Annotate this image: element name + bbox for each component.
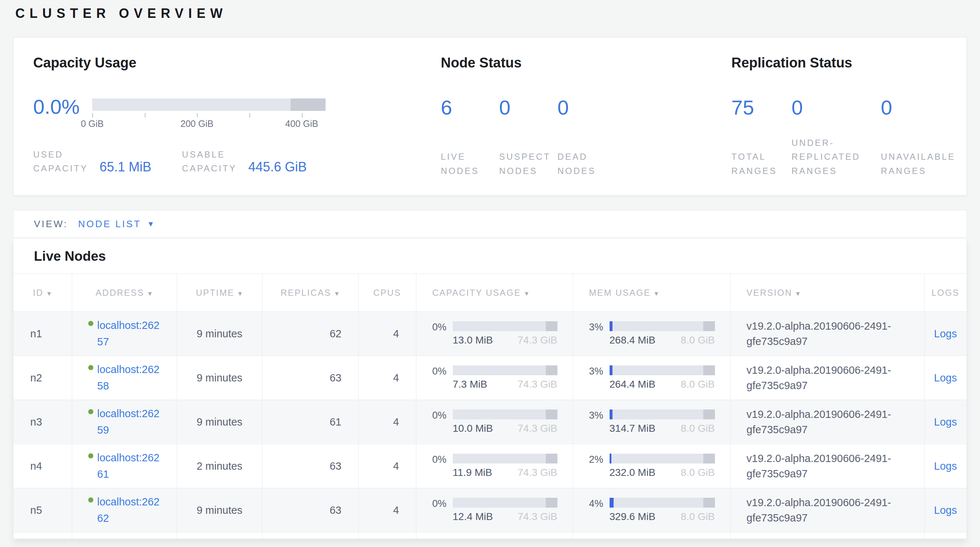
table-row: n4 localhost:26261 2 minutes 63 4 0% 11.… [13, 444, 967, 488]
column-header-address[interactable]: ADDRESS▼ [72, 274, 177, 312]
logs-link[interactable]: Logs [934, 372, 957, 384]
live-status-dot-icon [88, 321, 93, 326]
axis-label-400: 400 GiB [285, 119, 318, 129]
column-header-version[interactable]: VERSION▼ [730, 274, 924, 312]
node-replicas: 63 [262, 356, 358, 400]
view-selector-bar: VIEW: NODE LIST ▼ [13, 210, 967, 238]
node-status-heading: Node Status [441, 55, 731, 71]
node-uptime: 9 minutes [177, 312, 262, 356]
column-header-id[interactable]: ID▼ [13, 274, 72, 312]
axis-tick [250, 113, 250, 118]
mem-mini-bar [609, 366, 715, 375]
sort-desc-icon: ▼ [334, 290, 340, 297]
node-mem-usage-cell: 3% 264.4 MiB8.0 GiB [573, 356, 730, 400]
view-dropdown-value: NODE LIST [78, 218, 141, 230]
node-uptime: 9 minutes [177, 356, 262, 400]
node-id: n2 [13, 356, 72, 400]
sort-desc-icon: ▼ [46, 290, 52, 297]
capacity-mini-bar [453, 498, 557, 507]
live-nodes-stat: 6 LIVE NODES [441, 97, 499, 178]
capacity-bar-wrap: 0 GiB 200 GiB 400 GiB [92, 99, 326, 129]
cluster-summary-card: Capacity Usage 0.0% [13, 37, 967, 196]
mem-percent: 3% [589, 322, 605, 333]
node-address-link[interactable]: localhost:26261 [97, 450, 160, 482]
capacity-usage-heading: Capacity Usage [33, 55, 441, 71]
table-row: n5 localhost:26262 9 minutes 63 4 0% 12.… [13, 488, 967, 533]
column-header-capacity-usage[interactable]: CAPACITY USAGE▼ [416, 274, 573, 312]
node-version: v19.2.0-alpha.20190606-2491-gfe735c9a97 [730, 444, 924, 488]
mem-percent: 2% [589, 454, 605, 465]
table-row-partial [13, 533, 967, 539]
used-capacity-value: 65.1 MiB [100, 159, 151, 175]
capacity-used: 12.4 MiB [453, 511, 493, 523]
view-label: VIEW: [34, 218, 68, 230]
capacity-mini-bar [453, 410, 557, 419]
mem-used: 268.4 MiB [609, 334, 655, 346]
node-logs-cell: Logs [924, 444, 967, 488]
capacity-percent: 0.0% [33, 96, 92, 118]
live-nodes-value: 6 [441, 97, 499, 119]
mem-total: 8.0 GiB [681, 378, 714, 390]
column-header-uptime[interactable]: UPTIME▼ [177, 274, 262, 312]
logs-link[interactable]: Logs [934, 460, 957, 472]
bar-reserved-segment [703, 410, 715, 419]
mem-total: 8.0 GiB [681, 423, 714, 434]
node-uptime: 9 minutes [177, 488, 262, 533]
capacity-axis-labels: 0 GiB 200 GiB 400 GiB [92, 119, 326, 129]
axis-tick [302, 113, 302, 118]
total-ranges-label: TOTAL RANGES [731, 150, 783, 178]
node-version: v19.2.0-alpha.20190606-2491-gfe735c9a97 [730, 312, 924, 356]
live-nodes-panel: Live Nodes ID▼ ADDRESS▼ UPTIME▼ REPLICAS… [13, 239, 967, 539]
axis-tick [145, 113, 145, 118]
bar-reserved-segment [703, 454, 715, 463]
node-address-link[interactable]: localhost:26259 [97, 405, 160, 438]
bar-fill [609, 498, 614, 507]
node-logs-cell: Logs [924, 488, 967, 533]
under-replicated-ranges-stat: 0 UNDER-REPLICATED RANGES [792, 97, 881, 178]
node-address-link[interactable]: localhost:26262 [97, 494, 160, 526]
bar-reserved-segment [546, 410, 557, 419]
table-row: n3 localhost:26259 9 minutes 61 4 0% 10.… [13, 400, 967, 444]
capacity-gauge: 0.0% 0 GiB 200 GiB [33, 96, 441, 129]
column-header-mem-usage[interactable]: MEM USAGE▼ [573, 274, 730, 312]
live-status-dot-icon [88, 365, 93, 370]
node-id: n3 [13, 400, 72, 444]
node-cpus: 4 [358, 312, 416, 356]
node-version: v19.2.0-alpha.20190606-2491-gfe735c9a97 [730, 356, 924, 400]
mem-used: 314.7 MiB [609, 423, 655, 434]
mem-total: 8.0 GiB [681, 334, 714, 346]
axis-label-0: 0 GiB [81, 119, 104, 129]
live-nodes-label: LIVE NODES [441, 150, 492, 178]
node-address-link[interactable]: localhost:26258 [97, 361, 160, 394]
node-logs-cell: Logs [924, 356, 967, 400]
capacity-total: 74.3 GiB [518, 334, 557, 346]
mem-percent: 3% [589, 366, 605, 377]
table-header-row: ID▼ ADDRESS▼ UPTIME▼ REPLICAS▼ CPUS CAPA… [13, 274, 967, 312]
node-mem-usage-cell: 3% 314.7 MiB8.0 GiB [573, 400, 730, 444]
capacity-usage-section: Capacity Usage 0.0% [33, 55, 441, 195]
mem-mini-bar [609, 410, 715, 419]
under-replicated-ranges-value: 0 [792, 97, 881, 119]
node-address-link[interactable]: localhost:26257 [97, 317, 160, 350]
unavailable-ranges-label: UNAVAILABLE RANGES [881, 150, 962, 178]
logs-link[interactable]: Logs [934, 328, 957, 340]
capacity-percent: 0% [433, 498, 449, 509]
view-dropdown[interactable]: NODE LIST ▼ [78, 218, 154, 230]
bar-reserved-segment [546, 366, 557, 375]
live-status-dot-icon [88, 453, 93, 458]
capacity-used: 11.9 MiB [453, 467, 492, 479]
cluster-overview-page: CLUSTER OVERVIEW Capacity Usage 0.0% [0, 0, 980, 539]
table-row: n1 localhost:26257 9 minutes 62 4 0% 13.… [13, 312, 967, 356]
mem-used: 329.6 MiB [609, 511, 655, 523]
capacity-bar-reserved-segment [291, 99, 326, 111]
capacity-used: 10.0 MiB [453, 423, 493, 434]
node-mem-usage-cell: 4% 329.6 MiB8.0 GiB [573, 488, 730, 533]
capacity-used: 7.3 MiB [453, 378, 487, 390]
logs-link[interactable]: Logs [934, 416, 957, 428]
node-id: n1 [13, 312, 72, 356]
bar-reserved-segment [703, 498, 715, 507]
node-mem-usage-cell: 3% 268.4 MiB8.0 GiB [573, 312, 730, 356]
logs-link[interactable]: Logs [934, 504, 957, 516]
column-header-replicas[interactable]: REPLICAS▼ [262, 274, 358, 312]
capacity-percent: 0% [433, 366, 449, 377]
